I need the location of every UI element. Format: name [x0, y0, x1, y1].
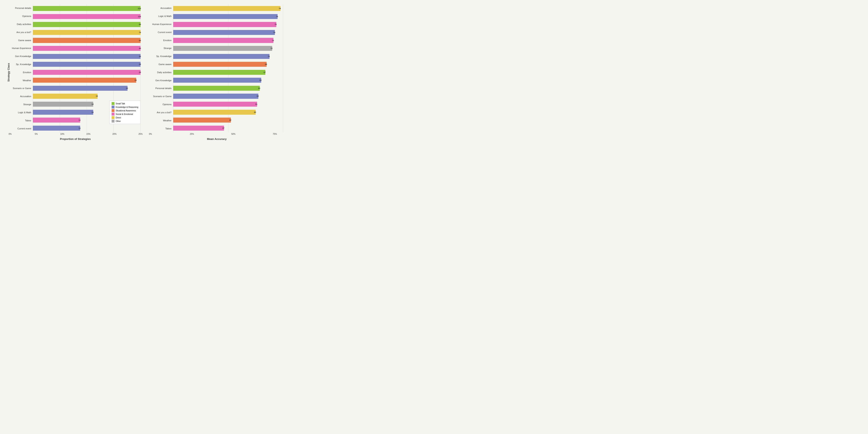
- legend-label: Other: [116, 120, 121, 122]
- bar-value-label: 72: [271, 47, 273, 50]
- bar: 42: [173, 118, 231, 123]
- y-label: Are you a bot?: [10, 31, 31, 33]
- bar-row: 67: [173, 68, 283, 76]
- bar: 30: [33, 54, 141, 59]
- y-label: Personal details: [151, 87, 172, 90]
- bar-value-label: 68: [265, 63, 267, 65]
- bar-value-label: 210: [138, 7, 141, 9]
- x-tick-label: 25%: [138, 133, 143, 135]
- x-tick-label: 0%: [149, 133, 152, 135]
- bar-row: 42: [173, 116, 283, 124]
- bar: 29: [33, 62, 141, 67]
- bar-value-label: 79: [139, 31, 141, 33]
- bar: 60: [173, 110, 256, 115]
- bar-value-label: 40: [139, 47, 141, 50]
- legend-item: Situational Awareness: [112, 109, 138, 112]
- bar-value-label: 50: [139, 39, 141, 41]
- bar: 62: [173, 94, 258, 99]
- legend-item: Direct: [112, 116, 138, 119]
- bar-value-label: 30: [139, 55, 141, 58]
- y-label: Weather: [151, 119, 172, 122]
- bar-row: 11: [33, 124, 141, 132]
- legend-color-box: [112, 120, 115, 123]
- bar-value-label: 37: [222, 127, 224, 129]
- x-tick-label: 0%: [9, 133, 11, 135]
- left-chart-panel: Strategy Class Personal detailsOpinionsD…: [6, 4, 141, 141]
- bar: 63: [173, 86, 260, 91]
- bar-row: 29: [33, 60, 141, 68]
- bar-row: 75: [173, 21, 283, 29]
- legend-color-box: [112, 116, 115, 119]
- bar: 14: [33, 110, 93, 115]
- bar-value-label: 76: [276, 16, 278, 18]
- y-label: Current event: [10, 127, 31, 130]
- bar-value-label: 22: [126, 87, 128, 89]
- bar: 75: [173, 22, 276, 27]
- y-label: Personal details: [10, 7, 31, 9]
- x-tick-label: 15%: [86, 133, 91, 135]
- bar: 74: [173, 30, 275, 35]
- bar: 14: [33, 102, 93, 106]
- bar-row: 64: [173, 76, 283, 84]
- bar-value-label: 60: [254, 111, 256, 113]
- y-label: Opinions: [151, 103, 172, 105]
- x-tick-label: 10%: [60, 133, 64, 135]
- legend: Small TalkKnowledge & ReasoningSituation…: [109, 101, 141, 124]
- bar-row: 63: [173, 84, 283, 92]
- y-label: Scenario or Game: [151, 95, 172, 97]
- bar-row: 60: [173, 108, 283, 116]
- y-label: Are you a bot?: [151, 111, 172, 114]
- y-label: Human Experience: [151, 23, 172, 25]
- bar: 11: [33, 126, 80, 131]
- y-label: Logic & Math: [151, 15, 172, 18]
- bar: 79: [33, 30, 141, 35]
- bar: 118: [33, 14, 141, 19]
- left-x-title: Proportion of Strategies: [10, 137, 141, 141]
- right-chart-panel: AccusationLogic & MathHuman ExperienceCu…: [149, 4, 283, 141]
- legend-label: Knowledge & Reasoning: [116, 106, 138, 108]
- bar-value-label: 67: [264, 71, 266, 73]
- legend-color-box: [112, 105, 115, 108]
- legend-label: Direct: [116, 117, 121, 119]
- bar-row: 210: [33, 4, 141, 12]
- y-label: Gen Knowledge: [10, 55, 31, 58]
- bar-row: 40: [33, 44, 141, 53]
- bar-row: 50: [33, 36, 141, 44]
- bar-value-label: 62: [257, 95, 259, 97]
- y-label: Accusation: [151, 7, 172, 9]
- right-x-axis: 0%25%50%75% Mean Accuracy: [151, 133, 283, 141]
- y-label: Strange: [151, 47, 172, 50]
- y-label: Game aware: [10, 39, 31, 41]
- bar-row: 30: [33, 52, 141, 60]
- bar: 29: [33, 70, 141, 75]
- bar-value-label: 75: [275, 23, 277, 25]
- bar-row: 68: [173, 60, 283, 68]
- legend-color-box: [112, 102, 115, 105]
- bar-row: 29: [33, 68, 141, 76]
- legend-item: Other: [112, 120, 138, 123]
- bar: 76: [173, 14, 278, 19]
- y-label: Accusation: [10, 95, 31, 97]
- bar-row: 78: [173, 4, 283, 12]
- legend-item: Knowledge & Reasoning: [112, 105, 138, 108]
- bar-row: 62: [173, 92, 283, 100]
- right-bars-wrapper: 78767574737270686764636261604237: [173, 4, 283, 132]
- y-label: Sp. Knowledge: [151, 55, 172, 58]
- bar-value-label: 42: [229, 119, 231, 121]
- bar: 61: [173, 102, 257, 106]
- bar-row: 73: [173, 36, 283, 44]
- y-label: Sp. Knowledge: [10, 63, 31, 65]
- y-label: Daily activities: [151, 71, 172, 73]
- bar: 73: [173, 38, 273, 43]
- x-tick-label: 75%: [273, 133, 277, 135]
- bar-value-label: 11: [79, 119, 81, 121]
- bar: 15: [33, 94, 97, 99]
- bar-row: 89: [33, 21, 141, 29]
- legend-label: Social & Emotional: [116, 113, 133, 115]
- right-bars-grid: 78767574737270686764636261604237: [173, 4, 283, 132]
- bar-row: 74: [173, 29, 283, 37]
- bar: 67: [173, 70, 266, 75]
- bar-value-label: 74: [273, 31, 275, 33]
- y-label: Game aware: [151, 63, 172, 65]
- legend-item: Social & Emotional: [112, 113, 138, 116]
